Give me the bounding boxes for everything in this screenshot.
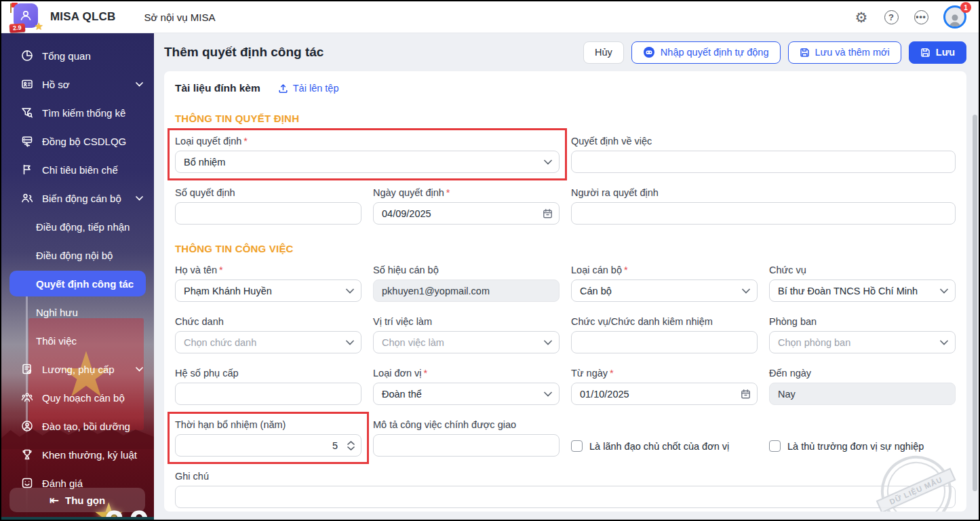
org-name: Sở nội vụ MISA	[144, 12, 216, 23]
chevron-down-icon	[136, 82, 143, 87]
required-asterisk: *	[424, 368, 428, 379]
required-asterisk: *	[610, 368, 614, 379]
chevron-down-icon	[136, 367, 143, 372]
document-pencil-icon	[20, 363, 33, 376]
people-group-icon	[20, 391, 33, 404]
chevron-down-icon	[136, 196, 143, 201]
thoi-han-bo-nhiem-input[interactable]	[175, 434, 361, 457]
sidebar-item-ho-so[interactable]: Hồ sơ	[1, 70, 154, 98]
field-ghi-chu: Ghi chú	[175, 471, 956, 508]
attachments-title: Tài liệu đính kèm	[175, 82, 260, 94]
more-icon[interactable]: •••	[914, 9, 928, 24]
save-icon	[920, 47, 930, 58]
robot-icon	[643, 46, 655, 58]
auto-import-button[interactable]: Nhập quyết định tự động	[631, 41, 781, 64]
calendar-icon[interactable]	[543, 208, 553, 218]
number-stepper[interactable]	[347, 441, 355, 450]
field-mo-ta-cong-viec: Mô tả công việc chính được giao	[373, 419, 560, 457]
sidebar: ★ ★ 29 Tổng quan Hồ sơ	[1, 33, 154, 520]
loai-don-vi-select[interactable]: Đoàn thể	[373, 383, 560, 405]
kiem-nhiem-input[interactable]	[571, 331, 758, 353]
gear-icon[interactable]: ⚙	[854, 9, 869, 24]
field-chuc-danh: Chức danh Chọn chức danh	[175, 316, 361, 353]
app-window: ★ 2.9 MISA QLCB Sở nội vụ MISA ⚙ ? ••• 1	[0, 0, 980, 521]
chuc-danh-select[interactable]: Chọn chức danh	[175, 331, 361, 353]
field-chuc-vu: Chức vụ Bí thư Đoàn TNCS Hồ Chí Minh	[769, 265, 956, 302]
required-asterisk: *	[243, 136, 248, 147]
sidebar-item-nghi-huu[interactable]: Nghỉ hưu	[1, 298, 154, 326]
app-logo: ★ 2.9	[9, 3, 41, 31]
phong-ban-select[interactable]: Chọn phòng ban	[769, 331, 956, 353]
loai-quyet-dinh-select[interactable]: Bổ nhiệm	[175, 151, 560, 173]
collapse-sidebar-button[interactable]: ⇤ Thu gọn	[9, 488, 145, 512]
save-button[interactable]: Lưu	[909, 41, 966, 64]
field-checkbox-thu-truong: Là thủ trưởng đơn vị sự nghiệp	[769, 419, 956, 457]
sidebar-item-dong-bo[interactable]: Đồng bộ CSDLQG	[1, 127, 154, 155]
checkbox-icon	[769, 440, 781, 452]
field-ngay-quyet-dinh: Ngày quyết định*	[373, 187, 560, 225]
app-title: MISA QLCB	[50, 10, 116, 24]
upload-file-button[interactable]: Tải lên tệp	[278, 83, 339, 94]
field-kiem-nhiem: Chức vụ/Chức danh kiêm nhiệm	[571, 316, 758, 353]
sidebar-item-quyet-dinh-cong-tac[interactable]: Quyết định công tác	[9, 271, 146, 296]
page-title: Thêm quyết định công tác	[164, 45, 324, 60]
field-ho-va-ten: Họ và tên* Phạm Khánh Huyền	[175, 265, 361, 302]
loai-can-bo-select[interactable]: Cán bộ	[571, 279, 758, 302]
notification-badge: 1	[960, 2, 971, 13]
checkbox-lanh-dao[interactable]: Là lãnh đạo chủ chốt của đơn vị	[571, 440, 729, 452]
funnel-icon	[20, 107, 33, 119]
form-card: Tài liệu đính kèm Tải lên tệp THÔNG TIN …	[164, 71, 966, 512]
mo-ta-cong-viec-input[interactable]	[373, 434, 560, 457]
id-card-icon	[20, 78, 33, 91]
save-icon	[800, 47, 810, 58]
help-icon[interactable]: ?	[884, 9, 899, 24]
tu-ngay-input[interactable]	[571, 383, 758, 405]
field-tu-ngay: Từ ngày*	[571, 368, 758, 405]
avatar[interactable]: 1	[943, 5, 966, 28]
sidebar-item-chi-tieu[interactable]: Chỉ tiêu biên chế	[1, 155, 154, 184]
nguoi-ra-quyet-dinh-input[interactable]	[571, 202, 956, 225]
flag-icon	[20, 163, 33, 176]
he-so-phu-cap-input[interactable]	[175, 383, 361, 405]
sidebar-item-thoi-viec[interactable]: Thôi việc	[1, 326, 154, 355]
so-quyet-dinh-input[interactable]	[175, 202, 361, 225]
field-thoi-han-bo-nhiem: Thời hạn bổ nhiệm (năm)	[175, 419, 361, 457]
field-phong-ban: Phòng ban Chọn phòng ban	[769, 316, 956, 353]
star-decor-icon: ★	[35, 21, 43, 31]
cancel-button[interactable]: Hủy	[583, 41, 624, 64]
ghi-chu-input[interactable]	[175, 486, 956, 508]
sidebar-item-khen-thuong[interactable]: Khen thưởng, kỷ luật	[1, 440, 154, 469]
checkbox-thu-truong[interactable]: Là thủ trưởng đơn vị sự nghiệp	[769, 440, 924, 452]
sidebar-item-dieu-dong-tiep-nhan[interactable]: Điều động, tiếp nhận	[1, 212, 154, 241]
people-icon	[20, 192, 33, 205]
required-asterisk: *	[446, 187, 450, 198]
field-so-hieu-can-bo: Số hiệu cán bộ	[373, 265, 560, 302]
vertical-scrollbar[interactable]	[973, 115, 977, 491]
chuc-vu-select[interactable]: Bí thư Đoàn TNCS Hồ Chí Minh	[769, 279, 956, 302]
field-den-ngay: Đến ngày	[769, 368, 956, 405]
version-badge: 2.9	[9, 23, 25, 33]
sidebar-item-bien-dong[interactable]: Biến động cán bộ	[1, 184, 154, 212]
field-loai-quyet-dinh: Loại quyết định* Bổ nhiệm	[175, 136, 560, 173]
vi-tri-viec-lam-select[interactable]: Chọn việc làm	[373, 331, 560, 353]
sidebar-item-quy-hoach[interactable]: Quy hoạch cán bộ	[1, 383, 154, 412]
quyet-dinh-ve-viec-input[interactable]	[571, 151, 956, 173]
field-quyet-dinh-ve-viec: Quyết định về việc	[571, 136, 956, 173]
sidebar-item-dieu-dong-noi-bo[interactable]: Điều động nội bộ	[1, 241, 154, 269]
section-title-work: THÔNG TIN CÔNG VIỆC	[175, 243, 956, 254]
sidebar-item-dao-tao[interactable]: Đào tạo, bồi dưỡng	[1, 412, 154, 440]
save-and-new-button[interactable]: Lưu và thêm mới	[788, 41, 901, 64]
topbar: ★ 2.9 MISA QLCB Sở nội vụ MISA ⚙ ? ••• 1	[1, 1, 979, 33]
field-loai-don-vi: Loại đơn vị* Đoàn thể	[373, 368, 560, 405]
trophy-icon	[20, 448, 33, 461]
required-asterisk: *	[624, 265, 628, 275]
sidebar-item-tong-quan[interactable]: Tổng quan	[1, 41, 154, 70]
field-vi-tri-viec-lam: Vị trí việc làm Chọn việc làm	[373, 316, 560, 353]
ngay-quyet-dinh-input[interactable]	[373, 202, 560, 225]
pie-chart-icon	[20, 50, 33, 62]
sidebar-item-luong-phu-cap[interactable]: Lương, phụ cấp	[1, 355, 154, 383]
sidebar-item-tim-kiem[interactable]: Tìm kiếm thống kê	[1, 98, 154, 127]
calendar-icon[interactable]	[741, 389, 751, 399]
upload-icon	[278, 83, 288, 94]
ho-va-ten-select[interactable]: Phạm Khánh Huyền	[175, 279, 361, 302]
